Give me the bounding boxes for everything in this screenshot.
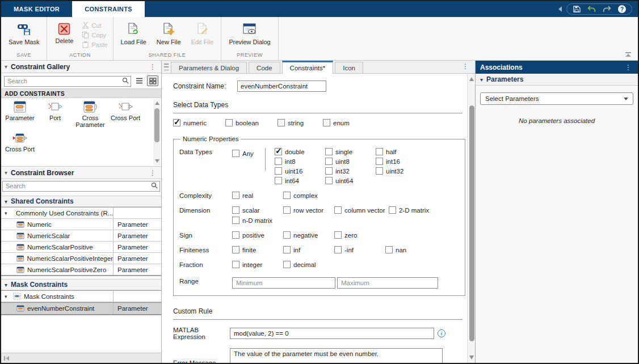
undo-icon[interactable] bbox=[587, 6, 596, 13]
preview-dialog-button[interactable]: Preview Dialog bbox=[225, 19, 274, 46]
checkbox-decimal[interactable]: decimal bbox=[283, 261, 334, 268]
tree-row-numeric[interactable]: Numeric Parameter bbox=[1, 219, 161, 230]
checkbox-real[interactable]: real bbox=[232, 192, 283, 199]
browser-search-input[interactable] bbox=[2, 181, 160, 192]
checkbox-2d-matrix[interactable]: 2-D matrix bbox=[389, 206, 440, 214]
checkbox-integer[interactable]: integer bbox=[232, 261, 283, 268]
tree-row-numericscalarpositive[interactable]: NumericScalarPositive Parameter bbox=[1, 242, 161, 253]
checkbox-nd-matrix[interactable]: n-D matrix bbox=[232, 217, 283, 224]
tree-row-numericscalarpositiveinteger[interactable]: NumericScalarPositiveInteger Parameter bbox=[1, 253, 161, 264]
scroll-down-icon[interactable] bbox=[155, 159, 159, 163]
scroll-up-icon[interactable] bbox=[469, 77, 474, 81]
tree-caret-icon[interactable]: ▾ bbox=[5, 294, 10, 299]
gallery-item-cross-port-parameter[interactable]: Cross Port bbox=[2, 132, 37, 153]
tab-code[interactable]: Code bbox=[249, 62, 280, 73]
checkbox-neg-inf[interactable]: -inf bbox=[334, 246, 385, 253]
gallery-item-cross-parameter[interactable]: Cross Parameter bbox=[73, 100, 108, 128]
matlab-expression-input[interactable] bbox=[230, 328, 434, 339]
checkbox-boolean[interactable]: boolean bbox=[225, 119, 278, 126]
checkbox-column-vector[interactable]: column vector bbox=[334, 206, 389, 214]
checkbox-int8[interactable]: int8 bbox=[275, 158, 326, 165]
tree-group-row[interactable]: ▾ Mask Constraints bbox=[1, 291, 161, 302]
checkbox-uint16[interactable]: uint16 bbox=[275, 167, 326, 175]
checkbox-uint8[interactable]: uint8 bbox=[325, 158, 376, 165]
checkbox-int64[interactable]: int64 bbox=[275, 177, 326, 184]
scroll-thumb[interactable] bbox=[469, 105, 474, 341]
checkbox-uint64[interactable]: uint64 bbox=[325, 177, 376, 184]
checkbox-uint32[interactable]: uint32 bbox=[376, 167, 427, 175]
gallery-item-port[interactable]: Port bbox=[37, 100, 73, 128]
mask-constraints-header[interactable]: ▾ Mask Constraints bbox=[1, 279, 161, 290]
help-icon[interactable]: ? bbox=[618, 5, 626, 13]
checkbox-row-vector[interactable]: row vector bbox=[283, 206, 334, 214]
collapse-caret-icon[interactable]: ▾ bbox=[5, 64, 7, 70]
new-file-button[interactable]: New File bbox=[153, 19, 185, 46]
kebab-menu-icon[interactable]: ⋮ bbox=[623, 64, 633, 71]
tab-icon[interactable]: Icon bbox=[335, 62, 363, 73]
gallery-item-cross-port[interactable]: Cross Port bbox=[108, 100, 143, 128]
checkbox-int16[interactable]: int16 bbox=[376, 158, 427, 165]
chevron-left-icon[interactable] bbox=[558, 6, 562, 12]
kebab-menu-icon[interactable]: ⋮ bbox=[148, 170, 158, 176]
constraint-name-input[interactable] bbox=[237, 81, 326, 92]
tree-caret-icon[interactable]: ▾ bbox=[5, 210, 10, 216]
list-view-button[interactable] bbox=[133, 75, 145, 86]
collapse-ribbon-icon[interactable] bbox=[624, 52, 632, 58]
error-message-textarea[interactable]: The value of the parameter must be even … bbox=[230, 348, 443, 363]
tree-row-numericscalar[interactable]: NumericScalar Parameter bbox=[1, 230, 161, 242]
collapse-caret-icon[interactable]: ▾ bbox=[480, 77, 483, 83]
info-icon[interactable]: i bbox=[438, 329, 445, 337]
load-file-button[interactable]: Load File bbox=[117, 19, 150, 46]
gallery-search-input[interactable] bbox=[4, 76, 131, 87]
gallery-scrollbar[interactable] bbox=[153, 99, 161, 165]
copy-button[interactable]: Copy bbox=[80, 31, 109, 39]
delete-button[interactable]: Delete bbox=[51, 19, 78, 45]
checkbox-any[interactable]: Any bbox=[232, 150, 260, 157]
constraint-browser-header[interactable]: ▾ Constraint Browser ⋮ bbox=[1, 167, 161, 179]
checkbox-enum[interactable]: enum bbox=[323, 119, 374, 126]
tab-constraints-editor[interactable]: Constraints* bbox=[282, 61, 334, 74]
checkbox-positive[interactable]: positive bbox=[232, 231, 283, 239]
collapse-caret-icon[interactable]: ▾ bbox=[5, 170, 7, 176]
gallery-item-parameter[interactable]: Parameter bbox=[2, 100, 37, 128]
form-scrollbar[interactable] bbox=[467, 74, 475, 363]
tree-row-evennumberconstraint[interactable]: evenNumberConstraint Parameter bbox=[1, 302, 161, 315]
splitter-handle-icon[interactable] bbox=[164, 64, 169, 70]
checkbox-complex[interactable]: complex bbox=[283, 192, 334, 199]
save-mask-button[interactable]: Save Mask bbox=[5, 19, 43, 46]
checkbox-single[interactable]: single bbox=[325, 148, 376, 155]
checkbox-nan[interactable]: nan bbox=[385, 246, 436, 253]
collapse-caret-icon[interactable]: ▾ bbox=[5, 282, 7, 288]
tree-group-row[interactable]: ▾ Commonly Used Constraints (R... bbox=[1, 208, 161, 219]
edit-file-button[interactable]: Edit File bbox=[187, 19, 218, 46]
tab-mask-editor[interactable]: MASK EDITOR bbox=[1, 1, 72, 17]
tab-constraints[interactable]: CONSTRAINTS bbox=[72, 1, 145, 17]
checkbox-inf[interactable]: inf bbox=[283, 246, 334, 253]
kebab-menu-icon[interactable]: ⋮ bbox=[148, 64, 158, 70]
checkbox-string[interactable]: string bbox=[278, 119, 323, 126]
range-maximum-input[interactable] bbox=[337, 277, 438, 289]
tree-row-numericscalarpositivezero[interactable]: NumericScalarPositiveZero Parameter bbox=[1, 264, 161, 276]
range-minimum-input[interactable] bbox=[232, 277, 335, 289]
constraint-gallery-header[interactable]: ▾ Constraint Gallery ⋮ bbox=[1, 61, 161, 73]
save-icon[interactable] bbox=[573, 5, 581, 13]
scroll-down-icon[interactable] bbox=[469, 355, 474, 359]
shared-constraints-header[interactable]: ▾ Shared Constraints bbox=[1, 196, 161, 207]
parameters-section-header[interactable]: ▾ Parameters bbox=[476, 74, 638, 86]
kebab-menu-icon[interactable]: ⋮ bbox=[460, 63, 470, 70]
checkbox-negative[interactable]: negative bbox=[283, 231, 334, 239]
redo-icon[interactable] bbox=[603, 6, 611, 13]
checkbox-double[interactable]: double bbox=[275, 148, 326, 155]
scroll-up-icon[interactable] bbox=[155, 101, 159, 105]
checkbox-numeric[interactable]: numeric bbox=[173, 119, 225, 126]
tree-horizontal-scrollbar[interactable] bbox=[1, 353, 161, 363]
paste-button[interactable]: Paste bbox=[80, 40, 109, 49]
grid-view-button[interactable] bbox=[147, 75, 158, 86]
checkbox-int32[interactable]: int32 bbox=[325, 167, 376, 175]
skip-back-icon[interactable] bbox=[4, 356, 9, 361]
select-parameters-dropdown[interactable]: Select Parameters bbox=[480, 92, 633, 105]
checkbox-finite[interactable]: finite bbox=[232, 246, 283, 253]
tab-parameters-dialog[interactable]: Parameters & Dialog bbox=[171, 62, 247, 73]
collapse-caret-icon[interactable]: ▾ bbox=[5, 198, 7, 205]
scroll-thumb[interactable] bbox=[154, 108, 159, 142]
